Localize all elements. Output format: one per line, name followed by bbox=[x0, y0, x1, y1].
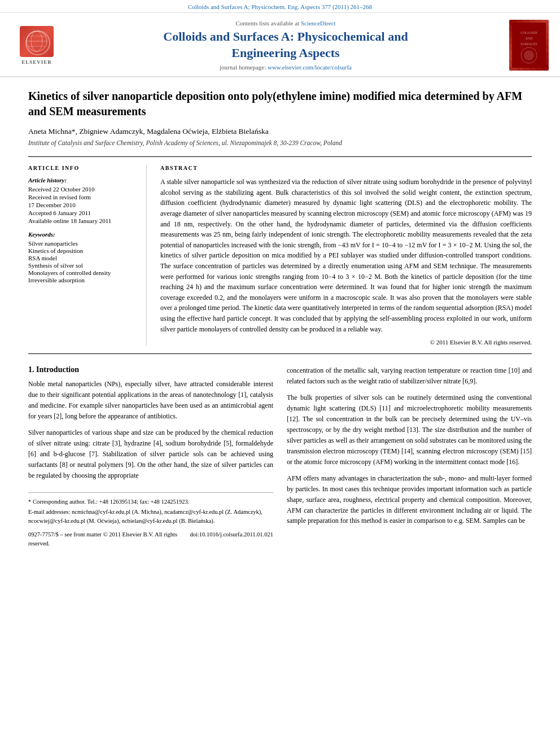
journal-citation: Colloids and Surfaces A; Physicochem. En… bbox=[188, 3, 372, 10]
elsevier-logo: ELSEVIER bbox=[11, 26, 62, 65]
copyright: © 2011 Elsevier B.V. All rights reserved… bbox=[160, 339, 532, 346]
abstract-col: ABSTRACT A stable silver nanoparticle so… bbox=[160, 165, 532, 346]
article-info-header: ARTICLE INFO bbox=[28, 165, 137, 171]
svg-text:AND: AND bbox=[526, 37, 533, 40]
intro-heading: 1. Introduction bbox=[28, 365, 273, 374]
elsevier-label: ELSEVIER bbox=[21, 59, 52, 65]
main-left-col: 1. Introduction Noble metal nanoparticle… bbox=[28, 365, 273, 548]
top-bar: Colloids and Surfaces A; Physicochem. En… bbox=[0, 0, 560, 13]
bottom-bar: 0927-7757/$ – see front matter © 2011 El… bbox=[28, 530, 273, 548]
keyword-5: Monolayers of controlled density bbox=[28, 269, 137, 276]
sciencedirect-anchor[interactable]: ScienceDirect bbox=[301, 20, 336, 27]
keywords-list: Silver nanoparticles Kinetics of deposit… bbox=[28, 240, 137, 283]
issn-line: 0927-7757/$ – see front matter © 2011 El… bbox=[28, 530, 190, 548]
keywords-label: Keywords: bbox=[28, 231, 137, 238]
footnote-emails: E-mail addresses: ncmichna@cyf-kr.edu.pl… bbox=[28, 508, 273, 526]
svg-point-1 bbox=[31, 31, 42, 51]
history-label: Article history: bbox=[28, 177, 137, 184]
keyword-6: Irreversible adsorption bbox=[28, 277, 137, 283]
doi-line: doi:10.1016/j.colsurfa.2011.01.021 bbox=[190, 530, 273, 548]
elsevier-globe-icon bbox=[20, 26, 54, 57]
svg-point-10 bbox=[524, 50, 534, 60]
svg-text:COLLOIDS: COLLOIDS bbox=[520, 31, 537, 34]
keyword-3: RSA model bbox=[28, 255, 137, 261]
journal-center: Contents lists available at ScienceDirec… bbox=[73, 20, 498, 71]
abstract-text: A stable silver nanoparticle sol was syn… bbox=[160, 177, 532, 334]
intro-para1: Noble metal nanoparticles (NPs), especia… bbox=[28, 379, 273, 422]
keyword-2: Kinetics of deposition bbox=[28, 247, 137, 254]
abstract-header: ABSTRACT bbox=[160, 165, 532, 171]
journal-title: Colloids and Surfaces A: Physicochemical… bbox=[73, 29, 498, 61]
right-para1: concentration of the metallic salt, vary… bbox=[287, 365, 532, 387]
journal-cover-image: COLLOIDS AND SURFACES bbox=[509, 20, 549, 71]
email-label: E-mail addresses: bbox=[28, 509, 70, 515]
received-date: Received 22 October 2010 bbox=[28, 186, 137, 193]
sciencedirect-link: Contents lists available at ScienceDirec… bbox=[73, 20, 498, 27]
journal-header: ELSEVIER Contents lists available at Sci… bbox=[0, 13, 560, 77]
main-right-col: concentration of the metallic salt, vary… bbox=[287, 365, 532, 548]
svg-text:SURFACES: SURFACES bbox=[520, 42, 537, 46]
article-body: Kinetics of silver nanoparticle depositi… bbox=[0, 77, 560, 565]
svg-point-0 bbox=[27, 31, 47, 51]
right-para3: AFM offers many advantages in characteri… bbox=[287, 473, 532, 527]
keyword-4: Synthesis of silver sol bbox=[28, 262, 137, 269]
main-content: 1. Introduction Noble metal nanoparticle… bbox=[28, 365, 532, 548]
intro-para2: Silver nanoparticles of various shape an… bbox=[28, 427, 273, 481]
received-revised-label: Received in revised form bbox=[28, 194, 137, 200]
journal-homepage: journal homepage: www.elsevier.com/locat… bbox=[73, 64, 498, 71]
article-info-abstract: ARTICLE INFO Article history: Received 2… bbox=[28, 156, 532, 354]
authors: Aneta Michna*, Zbigniew Adamczyk, Magdal… bbox=[28, 127, 532, 136]
received-revised-date: 17 December 2010 bbox=[28, 202, 137, 208]
footnotes: * Corresponding author. Tel.: +48 126395… bbox=[28, 492, 273, 548]
keyword-1: Silver nanoparticles bbox=[28, 240, 137, 247]
accepted-date: Accepted 6 January 2011 bbox=[28, 209, 137, 216]
right-para2: The bulk properties of silver sols can b… bbox=[287, 392, 532, 468]
article-title: Kinetics of silver nanoparticle depositi… bbox=[28, 89, 532, 119]
article-info-col: ARTICLE INFO Article history: Received 2… bbox=[28, 165, 147, 346]
footnote-corresponding: * Corresponding author. Tel.: +48 126395… bbox=[28, 497, 273, 506]
affiliation: Institute of Catalysis and Surface Chemi… bbox=[28, 139, 532, 146]
homepage-link[interactable]: www.elsevier.com/locate/colsurfa bbox=[268, 64, 352, 71]
available-date: Available online 18 January 2011 bbox=[28, 217, 137, 224]
